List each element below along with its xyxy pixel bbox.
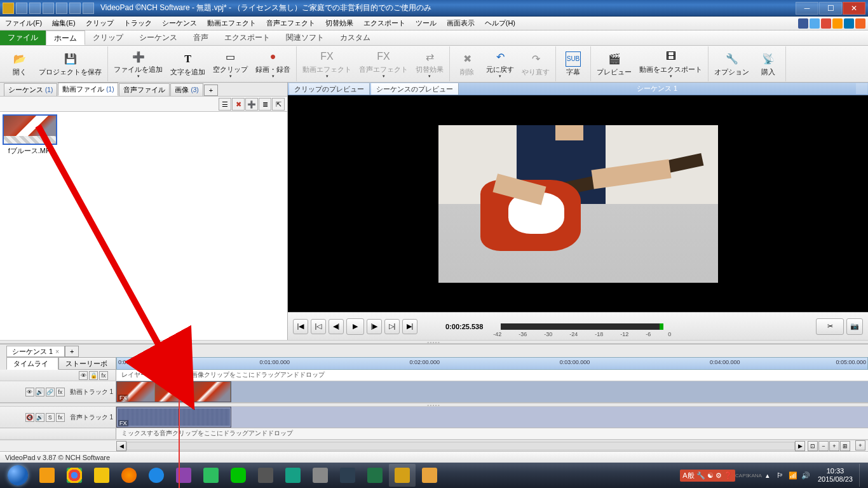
lock-icon[interactable]: 🔒 <box>89 371 98 380</box>
bin-tab-audio[interactable]: 音声ファイル <box>119 83 170 96</box>
share-amazon-icon[interactable] <box>832 18 843 29</box>
show-desktop-button[interactable] <box>859 464 865 487</box>
split-button[interactable]: ✂ <box>816 318 844 335</box>
scrollbar[interactable] <box>126 442 795 451</box>
menu-transition[interactable]: 切替効果 <box>320 17 358 30</box>
fx-icon[interactable]: fx <box>99 371 108 380</box>
rib-record-button[interactable]: ●録画・録音▾ <box>252 46 294 81</box>
play-button[interactable]: ▶ <box>346 318 364 335</box>
ribbon-tab-home[interactable]: ホーム <box>46 30 85 45</box>
eye-icon[interactable]: 👁 <box>79 371 88 380</box>
tb-paint[interactable] <box>416 464 443 487</box>
vol-icon[interactable]: 🔊 <box>36 413 44 422</box>
tb-mediaplayer[interactable] <box>34 464 60 487</box>
view-storyboard-tab[interactable]: ストーリーボー <box>58 357 116 370</box>
bin-delete-icon[interactable]: ✖ <box>232 98 245 111</box>
eye-icon[interactable]: 👁 <box>25 388 34 396</box>
share-google-icon[interactable] <box>821 18 831 29</box>
preview-detach-button[interactable] <box>856 83 867 94</box>
menu-track[interactable]: トラック <box>119 17 157 30</box>
ribbon-tab-related[interactable]: 関連ソフト <box>278 30 332 45</box>
step-back-button[interactable]: ◀| <box>329 319 344 334</box>
mute-icon[interactable]: 🔇 <box>25 413 34 422</box>
view-timeline-tab[interactable]: タイムライン <box>6 357 58 370</box>
minimize-button[interactable]: ─ <box>796 2 818 15</box>
timeline-ruler[interactable]: 0:00:00.000 0:01:00.000 0:02:00.000 0:03… <box>116 357 868 370</box>
ribbon-tab-sequence[interactable]: シーケンス <box>132 30 186 45</box>
tb-firefox[interactable] <box>116 464 142 487</box>
rib-undo-button[interactable]: ↶元に戻す▾ <box>482 46 518 81</box>
menu-edit[interactable]: 編集(E) <box>47 17 81 30</box>
tb-chrome[interactable] <box>61 464 88 487</box>
bin-add-icon[interactable]: ➕ <box>245 98 258 111</box>
tb-calc[interactable] <box>307 464 334 487</box>
tray-vol-icon[interactable]: 🔊 <box>800 470 811 481</box>
add-sequence-button[interactable]: + <box>65 346 79 357</box>
maximize-button[interactable]: ☐ <box>819 2 842 15</box>
zoom-sel-button[interactable]: ⊞ <box>840 441 850 451</box>
tb-excel[interactable] <box>362 464 388 487</box>
menu-videoeffect[interactable]: 動画エフェクト <box>202 17 261 30</box>
solo-icon[interactable]: S <box>46 413 55 422</box>
menu-tool[interactable]: ツール <box>410 17 442 30</box>
share-facebook-icon[interactable] <box>798 18 808 29</box>
sequence-tab[interactable]: シーケンス 1× <box>6 346 65 357</box>
goto-end-button[interactable]: ▶| <box>402 319 417 334</box>
link-icon[interactable]: 🔗 <box>46 388 55 396</box>
tb-line[interactable] <box>225 464 252 487</box>
rib-preview-button[interactable]: 🎬プレビュー <box>593 46 635 81</box>
bin-tab-add[interactable]: + <box>204 85 218 96</box>
menu-sequence[interactable]: シーケンス <box>157 17 202 30</box>
goto-start-button[interactable]: |◀ <box>293 319 308 334</box>
tb-app4[interactable] <box>334 464 361 487</box>
ribbon-tab-clip[interactable]: クリップ <box>85 30 132 45</box>
tray-up-icon[interactable]: ▴ <box>762 470 773 481</box>
prev-frame-button[interactable]: |◁ <box>311 319 326 334</box>
preview-tab-clip[interactable]: クリップのプレビュー <box>289 83 370 95</box>
video-clip[interactable]: FX <box>116 381 231 402</box>
rib-export-button[interactable]: 🎞動画をエクスポート▾ <box>635 46 706 81</box>
share-rss-icon[interactable] <box>855 18 865 29</box>
rib-videofx-button[interactable]: FX動画エフェクト▾ <box>299 46 355 81</box>
zoom-fit-button[interactable]: ⊡ <box>808 441 818 451</box>
tray-net-icon[interactable]: 📶 <box>787 470 799 481</box>
bin-content[interactable]: fブルース.MP4 <box>0 112 287 340</box>
video-track-body[interactable]: FX <box>116 381 868 402</box>
menu-clip[interactable]: クリップ <box>81 17 119 30</box>
qat-new[interactable] <box>16 3 27 14</box>
close-seq-icon[interactable]: × <box>55 348 59 355</box>
qat-redo[interactable] <box>69 3 81 14</box>
vol-icon[interactable]: 🔊 <box>36 388 44 396</box>
menu-export[interactable]: エクスポート <box>358 17 410 30</box>
rib-audiofx-button[interactable]: FX音声エフェクト▾ <box>355 46 412 81</box>
playhead[interactable] <box>175 358 183 367</box>
bin-detach-icon[interactable]: ⇱ <box>272 98 285 111</box>
menu-help[interactable]: ヘルプ(H) <box>480 17 520 30</box>
rib-blank-button[interactable]: ▭空クリップ▾ <box>209 46 252 81</box>
overlay-track-body[interactable]: レイヤー用動画、文字、画像クリップをここにドラッグアンドドロップ <box>116 370 868 381</box>
rib-buy-button[interactable]: 📡購入 <box>753 46 783 81</box>
preview-viewport[interactable] <box>288 95 868 312</box>
qat-play[interactable] <box>83 3 94 14</box>
ime-indicator[interactable]: A般 🔧 ☯ ⚙ ❓ <box>680 470 735 482</box>
audio-clip[interactable]: FX <box>116 407 231 428</box>
ribbon-tab-custom[interactable]: カスタム <box>332 30 379 45</box>
menu-file[interactable]: ファイル(F) <box>0 17 47 30</box>
preview-tab-sequence[interactable]: シーケンスのプレビュー <box>371 83 459 95</box>
rib-options-button[interactable]: 🔧オプション <box>710 46 753 81</box>
clock[interactable]: 10:332015/08/23 <box>813 467 858 484</box>
bin-tab-video[interactable]: 動画ファイル(1) <box>58 83 118 96</box>
qat-open[interactable] <box>29 3 41 14</box>
zoom-out-button[interactable]: − <box>818 441 829 451</box>
rib-delete-button[interactable]: ✖削除 <box>452 46 482 81</box>
step-fwd-button[interactable]: |▶ <box>367 319 382 334</box>
clip-item[interactable]: fブルース.MP4 <box>3 114 60 156</box>
bin-filter-icon[interactable]: ☰ <box>219 98 231 111</box>
bin-tab-image[interactable]: 画像(3) <box>170 83 203 96</box>
mix-track-body[interactable]: ミックスする音声クリップをここにドラッグアンドドロップ <box>116 428 868 439</box>
start-button[interactable] <box>3 464 33 487</box>
qat-icon[interactable] <box>3 3 14 14</box>
ribbon-tab-audio[interactable]: 音声 <box>186 30 217 45</box>
rib-addfile-button[interactable]: ➕ファイルを追加▾ <box>110 46 166 81</box>
close-button[interactable]: ✕ <box>843 2 865 15</box>
